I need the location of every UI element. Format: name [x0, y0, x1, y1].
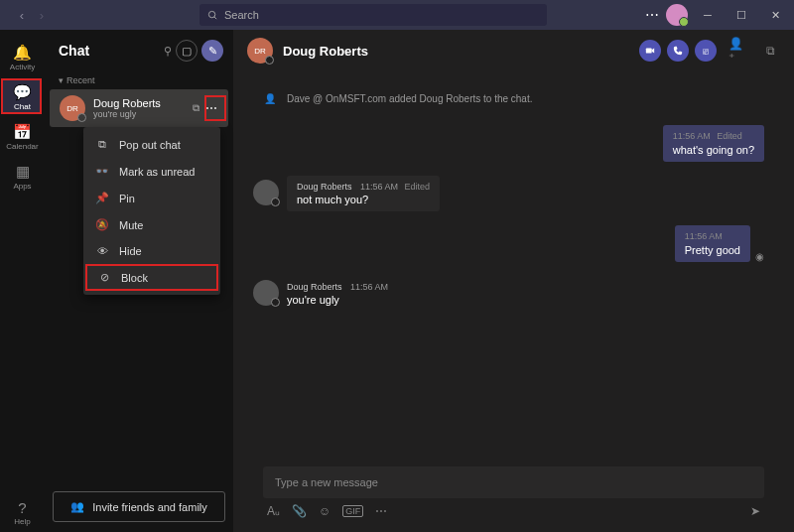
received-message: Doug Roberts 11:56 AM you're ugly [253, 276, 764, 312]
calendar-icon: 📅 [13, 123, 32, 141]
add-people-button[interactable]: 👤⁺ [728, 41, 748, 61]
help-icon: ? [18, 499, 26, 516]
gif-icon[interactable]: GIF [342, 505, 363, 517]
person-add-icon: 👤 [263, 91, 277, 105]
attach-icon[interactable]: 📎 [292, 504, 307, 518]
message-input[interactable]: Type a new message [263, 466, 764, 498]
title-bar: ‹ › Search ⋯ ─ ☐ ✕ [0, 0, 794, 30]
menu-mute[interactable]: 🔕 Mute [83, 211, 220, 238]
header-actions: ⎚ 👤⁺ ⧉ [639, 40, 780, 62]
chat-item-preview: you're ugly [93, 109, 193, 119]
rail-activity[interactable]: 🔔 Activity [0, 38, 45, 77]
context-menu: ⧉ Pop out chat 👓 Mark as unread 📌 Pin 🔕 … [83, 127, 220, 295]
menu-popout[interactable]: ⧉ Pop out chat [83, 131, 220, 158]
invite-button[interactable]: 👥 Invite friends and family [53, 491, 225, 522]
close-button[interactable]: ✕ [761, 1, 789, 29]
received-message: Doug Roberts 11:56 AM Edited not much yo… [253, 176, 764, 211]
menu-pin[interactable]: 📌 Pin [83, 185, 220, 211]
sidebar-header: Chat ⚲ ▢ ✎ [45, 30, 233, 71]
search-placeholder: Search [224, 9, 259, 21]
system-message: 👤 Dave @ OnMSFT.com added Doug Roberts t… [253, 91, 764, 105]
rail-label: Activity [10, 63, 35, 71]
message-list: 👤 Dave @ OnMSFT.com added Doug Roberts t… [233, 71, 794, 466]
audio-call-button[interactable] [667, 40, 689, 62]
rail-label: Chat [14, 102, 31, 111]
minimize-button[interactable]: ─ [694, 1, 722, 29]
maximize-button[interactable]: ☐ [728, 1, 755, 29]
search-input[interactable]: Search [199, 4, 547, 26]
invite-label: Invite friends and family [92, 501, 207, 513]
popout-icon[interactable]: ⧉ [193, 102, 199, 114]
emoji-icon[interactable]: ☺ [319, 504, 331, 518]
recent-label[interactable]: ▾ Recent [45, 71, 233, 89]
compose-toolbar: Aᵤ 📎 ☺ GIF ⋯ ➤ [263, 498, 764, 524]
annotation-highlight [204, 95, 226, 121]
rail-label: Help [14, 517, 30, 526]
meet-now-button[interactable]: ▢ [176, 40, 198, 62]
rail-chat[interactable]: 💬 Chat [0, 77, 45, 117]
rail-calendar[interactable]: 📅 Calendar [0, 117, 45, 157]
popout-icon: ⧉ [95, 138, 109, 151]
svg-rect-2 [646, 49, 652, 54]
back-icon[interactable]: ‹ [13, 8, 31, 23]
chat-icon: 💬 [13, 83, 32, 101]
sidebar-title: Chat [59, 43, 164, 59]
format-icon[interactable]: Aᵤ [267, 504, 280, 518]
sent-message: 11:56 AM Pretty good ◉ [253, 225, 764, 262]
chat-list-item[interactable]: DR Doug Roberts you're ugly ⧉ ⋯ [50, 89, 228, 127]
message-avatar[interactable] [253, 280, 279, 306]
sent-message: 11:56 AM Edited what's going on? [253, 125, 764, 162]
people-icon: 👥 [70, 500, 84, 513]
user-avatar[interactable] [666, 4, 688, 26]
message-bubble[interactable]: Doug Roberts 11:56 AM Edited not much yo… [287, 176, 440, 211]
message-avatar[interactable] [253, 180, 279, 205]
bell-icon: 🔔 [13, 44, 32, 62]
unread-icon: 👓 [95, 165, 109, 178]
header-name: Doug Roberts [283, 44, 639, 59]
popout-button[interactable]: ⧉ [760, 41, 780, 61]
send-button[interactable]: ➤ [750, 504, 760, 518]
new-chat-button[interactable]: ✎ [201, 40, 223, 62]
rail-label: Calendar [6, 142, 38, 151]
chat-header: DR Doug Roberts ⎚ 👤⁺ ⧉ [233, 30, 794, 71]
forward-icon[interactable]: › [33, 8, 51, 23]
message-bubble[interactable]: 11:56 AM Edited what's going on? [663, 125, 764, 162]
rail-label: Apps [13, 182, 31, 191]
menu-hide[interactable]: 👁 Hide [83, 238, 220, 264]
compose-area: Type a new message Aᵤ 📎 ☺ GIF ⋯ ➤ [263, 466, 764, 524]
app-rail: 🔔 Activity 💬 Chat 📅 Calendar ▦ Apps ? He… [0, 30, 45, 532]
more-icon[interactable]: ⋯ [375, 504, 387, 518]
menu-block[interactable]: ⊘ Block [85, 264, 218, 291]
screenshare-button[interactable]: ⎚ [695, 40, 717, 62]
apps-icon: ▦ [16, 163, 30, 181]
read-receipt-icon: ◉ [755, 251, 764, 262]
search-icon [207, 10, 218, 21]
block-icon: ⊘ [97, 271, 111, 284]
header-avatar[interactable]: DR [247, 38, 273, 64]
hide-icon: 👁 [95, 245, 109, 257]
chevron-icon: ▾ [59, 75, 64, 85]
chat-item-info: Doug Roberts you're ugly [93, 97, 193, 119]
titlebar-right: ⋯ ─ ☐ ✕ [645, 1, 789, 29]
nav-history: ‹ › [13, 8, 51, 23]
menu-unread[interactable]: 👓 Mark as unread [83, 158, 220, 185]
rail-help[interactable]: ? Help [0, 492, 45, 532]
chat-item-name: Doug Roberts [93, 97, 193, 109]
chat-content: DR Doug Roberts ⎚ 👤⁺ ⧉ 👤 Dave @ OnMSFT.c… [233, 30, 794, 532]
svg-line-1 [214, 16, 216, 18]
message-bubble[interactable]: 11:56 AM Pretty good [675, 225, 750, 262]
filter-icon[interactable]: ⚲ [164, 45, 172, 58]
pin-icon: 📌 [95, 192, 109, 204]
mute-icon: 🔕 [95, 218, 109, 231]
more-icon[interactable]: ⋯ [645, 7, 660, 23]
chat-item-avatar: DR [60, 95, 85, 121]
video-call-button[interactable] [639, 40, 661, 62]
rail-apps[interactable]: ▦ Apps [0, 157, 45, 197]
message-bubble[interactable]: Doug Roberts 11:56 AM you're ugly [287, 276, 398, 312]
svg-point-0 [208, 11, 214, 17]
